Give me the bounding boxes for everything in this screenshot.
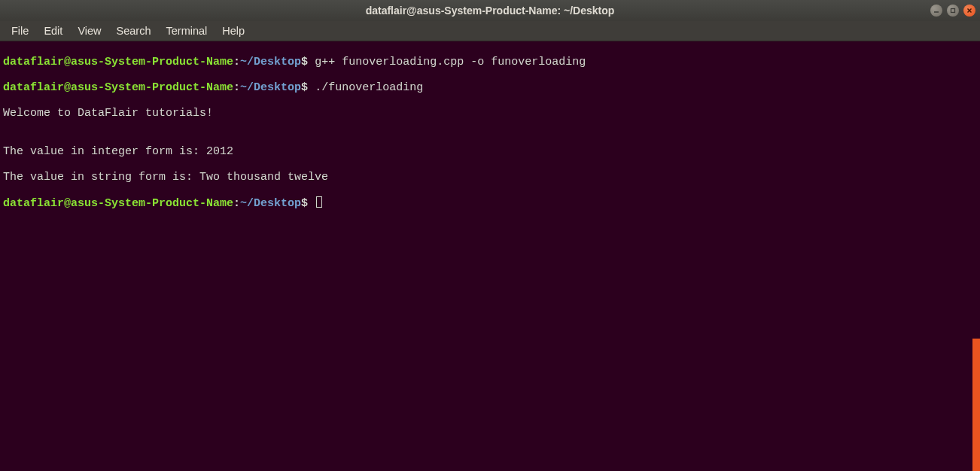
terminal-body[interactable]: dataflair@asus-System-Product-Name:~/Des… bbox=[0, 41, 980, 471]
output-line: The value in string form is: Two thousan… bbox=[3, 171, 977, 184]
close-button[interactable] bbox=[963, 5, 975, 17]
window-controls bbox=[930, 5, 975, 17]
terminal-line: dataflair@asus-System-Product-Name:~/Des… bbox=[3, 196, 977, 210]
output-line: Welcome to DataFlair tutorials! bbox=[3, 107, 977, 120]
prompt-colon: : bbox=[233, 81, 240, 94]
cursor-icon bbox=[316, 196, 322, 208]
minimize-button[interactable] bbox=[930, 5, 942, 17]
prompt-colon: : bbox=[233, 197, 240, 210]
menu-search[interactable]: Search bbox=[110, 23, 158, 39]
menubar: File Edit View Search Terminal Help bbox=[0, 21, 980, 41]
scrollbar-thumb[interactable] bbox=[972, 339, 980, 471]
prompt-path: /Desktop bbox=[247, 56, 301, 68]
prompt-path: /Desktop bbox=[247, 197, 301, 210]
prompt-tilde: ~ bbox=[240, 56, 247, 68]
terminal-line: dataflair@asus-System-Product-Name:~/Des… bbox=[3, 81, 977, 94]
prompt-dollar: $ bbox=[301, 81, 308, 94]
output-line: The value in integer form is: 2012 bbox=[3, 145, 977, 158]
menu-edit[interactable]: Edit bbox=[37, 23, 69, 39]
window-title: dataflair@asus-System-Product-Name: ~/De… bbox=[366, 5, 615, 17]
command-text: ./funoverloading bbox=[308, 81, 423, 94]
titlebar[interactable]: dataflair@asus-System-Product-Name: ~/De… bbox=[0, 0, 980, 21]
menu-terminal[interactable]: Terminal bbox=[160, 23, 215, 39]
menu-help[interactable]: Help bbox=[215, 23, 251, 39]
menu-file[interactable]: File bbox=[5, 23, 35, 39]
prompt-userhost: dataflair@asus-System-Product-Name bbox=[3, 81, 233, 94]
prompt-tilde: ~ bbox=[240, 81, 247, 94]
prompt-userhost: dataflair@asus-System-Product-Name bbox=[3, 197, 233, 210]
svg-rect-1 bbox=[951, 9, 955, 13]
terminal-line: dataflair@asus-System-Product-Name:~/Des… bbox=[3, 56, 977, 68]
command-text: g++ funoverloading.cpp -o funoverloading bbox=[308, 56, 586, 68]
prompt-path: /Desktop bbox=[247, 81, 301, 94]
command-text bbox=[308, 197, 315, 210]
prompt-dollar: $ bbox=[301, 56, 308, 68]
prompt-colon: : bbox=[233, 56, 240, 68]
menu-view[interactable]: View bbox=[71, 23, 108, 39]
prompt-userhost: dataflair@asus-System-Product-Name bbox=[3, 56, 233, 68]
prompt-tilde: ~ bbox=[240, 197, 247, 210]
maximize-button[interactable] bbox=[947, 5, 959, 17]
prompt-dollar: $ bbox=[301, 197, 308, 210]
